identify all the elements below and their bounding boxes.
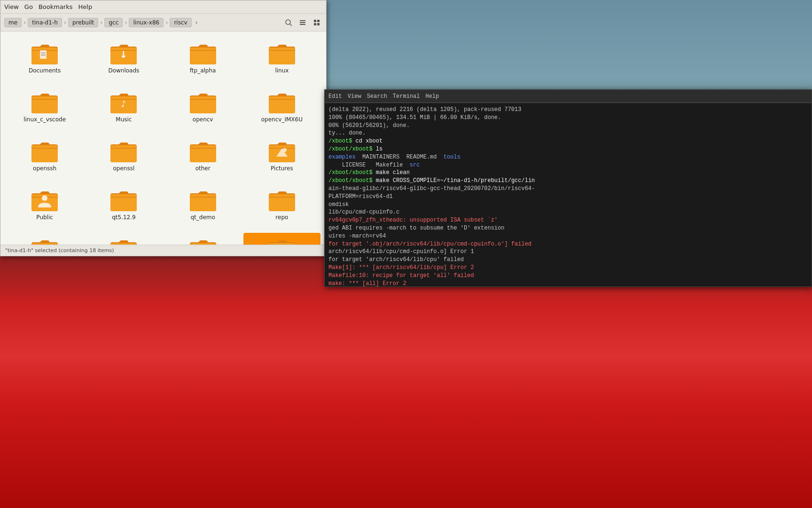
file-label: ftp_alpha xyxy=(190,67,216,74)
file-item-rk356x[interactable]: RK356X xyxy=(6,233,83,245)
file-label: Public xyxy=(36,214,53,221)
file-grid: Documents ↓ Downloads ftp_alpha linux li… xyxy=(0,32,326,245)
folder-icon xyxy=(30,40,60,65)
file-item-tina-d1-h[interactable]: tina-d1-h xyxy=(243,233,320,245)
status-bar: "tina-d1-h" selected (containing 18 item… xyxy=(0,245,326,256)
terminal-line: /xboot$ cd xboot xyxy=(328,137,808,145)
folder-icon xyxy=(109,138,139,163)
breadcrumb-sep2: › xyxy=(64,19,66,26)
terminal-menu-help[interactable]: Help xyxy=(425,93,439,100)
file-label: other xyxy=(195,165,211,172)
file-manager-window: View Go Bookmarks Help me › tina-d1-h › … xyxy=(0,0,327,256)
terminal-line: ty... done. xyxy=(328,129,808,137)
terminal-menu-edit[interactable]: Edit xyxy=(328,93,342,100)
file-label: Documents xyxy=(29,67,61,74)
file-item-openssl[interactable]: openssl xyxy=(85,135,162,182)
terminal-menu-terminal[interactable]: Terminal xyxy=(393,93,420,100)
folder-icon xyxy=(30,89,60,114)
svg-rect-4 xyxy=(300,24,305,25)
terminal-line: /xboot/xboot$ make CROSS_COMPILE=~/tina-… xyxy=(328,177,808,185)
breadcrumb-prebuilt[interactable]: prebuilt xyxy=(68,18,98,27)
terminal-body[interactable]: (delta 2022), reused 2216 (delta 1205), … xyxy=(325,103,812,286)
folder-icon: ♪ xyxy=(109,89,139,114)
terminal-window: Edit View Search Terminal Help (delta 20… xyxy=(324,89,812,287)
grid-view-button[interactable] xyxy=(311,17,322,28)
breadcrumb-me[interactable]: me xyxy=(4,18,22,27)
file-item-public[interactable]: Public xyxy=(6,184,83,231)
breadcrumb-more[interactable]: › xyxy=(194,18,200,27)
terminal-line: ain-thead-glibc/riscv64-glibc-gcc-thead_… xyxy=(328,185,808,193)
file-item-rootfs-all[interactable]: rootfs_all xyxy=(85,233,162,245)
svg-rect-8 xyxy=(317,23,320,25)
search-button[interactable] xyxy=(283,17,294,28)
breadcrumb-sep: › xyxy=(23,19,26,26)
terminal-line: lib/cpu/cmd-cpuinfo.c xyxy=(328,208,808,216)
file-label: linux xyxy=(275,67,289,74)
breadcrumb-tina[interactable]: tina-d1-h xyxy=(28,18,62,27)
folder-icon xyxy=(188,138,218,163)
file-label: Pictures xyxy=(271,165,293,172)
folder-icon xyxy=(267,89,297,114)
terminal-line: 00% (56201/56201), done. xyxy=(328,122,808,130)
path-bar: me › tina-d1-h › prebuilt › gcc › linux-… xyxy=(0,14,326,32)
menu-bookmarks[interactable]: Bookmarks xyxy=(39,3,73,10)
file-item-repo[interactable]: repo xyxy=(243,184,320,231)
breadcrumb-sep4: › xyxy=(125,19,127,26)
folder-icon xyxy=(109,187,139,212)
breadcrumb-sep3: › xyxy=(100,19,102,26)
file-item-ftp-alpha[interactable]: ftp_alpha xyxy=(164,37,242,84)
folder-icon xyxy=(267,138,297,163)
svg-text:↓: ↓ xyxy=(120,49,128,60)
file-item-linux[interactable]: linux xyxy=(243,37,320,84)
terminal-menu-search[interactable]: Search xyxy=(367,93,387,100)
file-item-qt5-12-9[interactable]: qt5.12.9 xyxy=(85,184,162,231)
folder-icon: ↓ xyxy=(109,40,139,65)
file-item-other[interactable]: other xyxy=(164,135,242,182)
file-item-opencv[interactable]: opencv xyxy=(164,86,242,133)
svg-rect-2 xyxy=(300,20,305,21)
terminal-line: /xboot/xboot$ ls xyxy=(328,145,808,153)
terminal-line: make: *** [all] Error 2 xyxy=(328,280,808,286)
folder-icon xyxy=(188,236,218,245)
folder-icon xyxy=(188,187,218,212)
terminal-line: PLATFORM=riscv64-d1 xyxy=(328,193,808,201)
svg-point-0 xyxy=(286,20,290,24)
svg-rect-6 xyxy=(317,20,320,22)
list-view-button[interactable] xyxy=(297,17,308,28)
terminal-line: Makefile:10: recipe for target 'all' fai… xyxy=(328,272,808,280)
svg-point-28 xyxy=(283,148,287,152)
file-item-downloads[interactable]: ↓ Downloads xyxy=(85,37,162,84)
terminal-line: uires -march=rv64 xyxy=(328,232,808,240)
menu-help[interactable]: Help xyxy=(78,3,93,10)
breadcrumb-gcc[interactable]: gcc xyxy=(104,18,123,27)
file-label: opencv xyxy=(193,116,213,123)
terminal-line: LICENSE Makefile src xyxy=(328,161,808,169)
terminal-line: rv64gcv0p7_zfh_xtheadc: unsupported ISA … xyxy=(328,216,808,224)
terminal-line: (delta 2022), reused 2216 (delta 1205), … xyxy=(328,106,808,114)
folder-icon xyxy=(267,40,297,65)
status-text: "tina-d1-h" selected (containing 18 item… xyxy=(5,247,114,254)
menu-go[interactable]: Go xyxy=(24,3,33,10)
file-item-music[interactable]: ♪ Music xyxy=(85,86,162,133)
path-bar-icons xyxy=(283,17,322,28)
svg-line-1 xyxy=(290,24,292,26)
file-item-documents[interactable]: Documents xyxy=(6,37,83,84)
svg-rect-10 xyxy=(40,50,47,59)
terminal-line: examples MAINTAINERS README.md tools xyxy=(328,153,808,161)
terminal-line: for target '.obj/arch/riscv64/lib/cpu/cm… xyxy=(328,240,808,248)
terminal-line: Make[1]: *** [arch/riscv64/lib/cpu] Erro… xyxy=(328,264,808,272)
terminal-line: omdisk xyxy=(328,201,808,209)
breadcrumb-riscv[interactable]: riscv xyxy=(170,18,191,27)
breadcrumb-linux-x86[interactable]: linux-x86 xyxy=(129,18,164,27)
file-item-opencv-imx6u[interactable]: opencv_IMX6U xyxy=(243,86,320,133)
file-item-linux-c-vscode[interactable]: linux_c_vscode xyxy=(6,86,83,133)
file-item-qt-demo[interactable]: qt_demo xyxy=(164,184,242,231)
file-item-pictures[interactable]: Pictures xyxy=(243,135,320,182)
folder-icon xyxy=(30,236,60,245)
menu-view[interactable]: View xyxy=(4,3,19,10)
folder-icon xyxy=(188,40,218,65)
file-item-templates[interactable]: Templates xyxy=(164,233,242,245)
terminal-menu-view[interactable]: View xyxy=(348,93,361,100)
file-item-openssh[interactable]: openssh xyxy=(6,135,83,182)
file-label: repo xyxy=(275,214,288,221)
